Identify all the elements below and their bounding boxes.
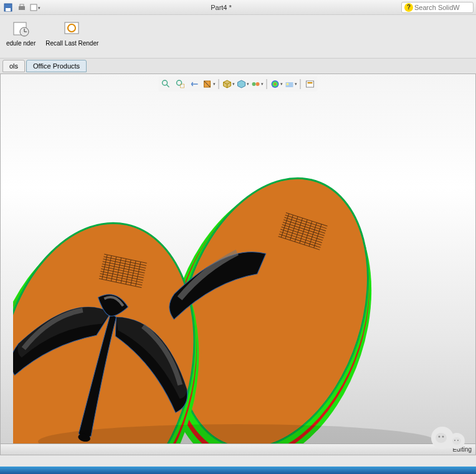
schedule-render-label: edule nder bbox=[6, 40, 36, 47]
previous-view-icon[interactable] bbox=[189, 78, 201, 90]
section-view-icon[interactable] bbox=[203, 78, 216, 90]
svg-point-75 bbox=[442, 436, 444, 438]
title-bar: ▾ Part4 * ? bbox=[0, 0, 476, 15]
titlebar-quick-icons: ▾ bbox=[2, 2, 41, 13]
3d-model-sandals bbox=[13, 111, 462, 455]
svg-point-21 bbox=[287, 83, 289, 85]
svg-point-78 bbox=[457, 440, 459, 441]
save-icon[interactable] bbox=[2, 2, 14, 13]
viewport-frame: Editing bbox=[0, 73, 476, 455]
help-icon[interactable]: ? bbox=[404, 3, 413, 12]
svg-point-18 bbox=[256, 82, 260, 86]
svg-point-77 bbox=[454, 440, 455, 441]
schedule-render-icon bbox=[11, 19, 31, 39]
svg-point-14 bbox=[177, 80, 182, 85]
wechat-icon-small bbox=[449, 433, 465, 449]
print-icon[interactable] bbox=[16, 2, 27, 13]
view-toolbar bbox=[159, 77, 318, 92]
schedule-render-button[interactable]: edule nder bbox=[5, 17, 37, 48]
svg-rect-1 bbox=[6, 8, 11, 11]
svg-point-17 bbox=[252, 82, 256, 86]
view-settings-icon[interactable] bbox=[304, 78, 317, 90]
svg-rect-3 bbox=[20, 4, 24, 6]
svg-rect-22 bbox=[307, 81, 314, 87]
recall-render-label: Recall Last Render bbox=[45, 40, 98, 47]
svg-text:▾: ▾ bbox=[38, 6, 40, 10]
search-box[interactable]: ? bbox=[401, 2, 474, 13]
zoom-area-icon[interactable] bbox=[174, 78, 187, 90]
view-orientation-icon[interactable] bbox=[222, 78, 235, 90]
3d-viewport[interactable] bbox=[1, 74, 475, 455]
options-dropdown-icon[interactable]: ▾ bbox=[30, 2, 41, 13]
svg-point-19 bbox=[272, 80, 279, 88]
tab-bar: ols Office Products bbox=[0, 59, 476, 73]
tab-tools[interactable]: ols bbox=[2, 60, 25, 72]
recall-last-render-button[interactable]: Recall Last Render bbox=[44, 17, 100, 48]
ribbon-toolbar: edule nder Recall Last Render bbox=[0, 15, 476, 59]
separator bbox=[300, 79, 301, 89]
edit-appearance-icon[interactable] bbox=[270, 78, 283, 90]
display-style-icon[interactable] bbox=[237, 78, 249, 90]
separator bbox=[219, 79, 219, 89]
svg-point-73 bbox=[436, 433, 447, 443]
svg-rect-23 bbox=[308, 82, 313, 83]
windows-taskbar bbox=[0, 467, 476, 474]
tab-office-products[interactable]: Office Products bbox=[26, 60, 87, 72]
search-input[interactable] bbox=[414, 4, 470, 11]
svg-point-74 bbox=[439, 436, 440, 438]
separator bbox=[267, 79, 267, 89]
document-title: Part4 * bbox=[41, 4, 401, 11]
recall-render-icon bbox=[62, 19, 82, 39]
zoom-fit-icon[interactable] bbox=[160, 78, 173, 90]
svg-line-13 bbox=[167, 85, 169, 87]
svg-point-12 bbox=[163, 80, 168, 85]
wechat-watermark bbox=[431, 427, 465, 449]
svg-rect-2 bbox=[19, 6, 25, 10]
hide-show-icon[interactable] bbox=[251, 78, 264, 90]
apply-scene-icon[interactable] bbox=[285, 78, 297, 90]
status-bar: Editing bbox=[1, 443, 475, 455]
svg-rect-4 bbox=[31, 4, 37, 11]
svg-point-76 bbox=[452, 437, 461, 445]
